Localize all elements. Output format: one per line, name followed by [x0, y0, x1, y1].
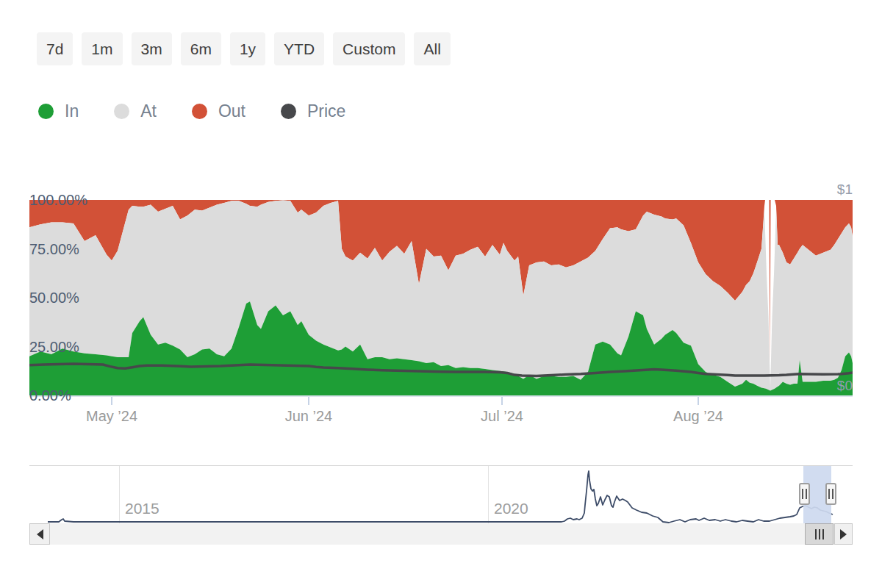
x-axis-label-aug: Aug ’24	[673, 408, 723, 425]
range-button-all[interactable]: All	[414, 32, 450, 65]
legend-item-out[interactable]: Out	[192, 101, 245, 121]
y-axis-label-25: 25.00%	[29, 338, 79, 355]
navigator-right-handle[interactable]	[825, 483, 836, 505]
x-axis-label-jun: Jun ’24	[285, 408, 333, 425]
navigator[interactable]: 2015 2020	[29, 465, 853, 523]
main-chart-plot-area[interactable]: 100.00% 75.00% 50.00% 25.00% 0.00% $1 $0	[29, 200, 853, 395]
range-button-1y[interactable]: 1y	[230, 32, 265, 65]
legend-item-in[interactable]: In	[38, 101, 79, 121]
range-toolbar: 7d 1m 3m 6m 1y YTD Custom All	[37, 32, 451, 65]
navigator-left-handle[interactable]	[799, 483, 810, 505]
legend-dot-in-icon	[38, 104, 54, 119]
right-arrow-icon	[840, 529, 847, 539]
x-axis-tick-aug	[698, 397, 699, 405]
range-button-ytd[interactable]: YTD	[274, 32, 324, 65]
range-button-1m[interactable]: 1m	[82, 32, 122, 65]
scrollbar-thumb[interactable]	[805, 523, 833, 545]
x-axis-label-jul: Jul ’24	[481, 408, 523, 425]
range-button-6m[interactable]: 6m	[181, 32, 221, 65]
range-button-7d[interactable]: 7d	[37, 32, 73, 65]
legend: In At Out Price	[38, 101, 345, 121]
stacked-area-chart	[29, 200, 853, 395]
legend-item-at[interactable]: At	[114, 101, 157, 121]
y-axis-label-75: 75.00%	[29, 240, 79, 257]
x-axis-label-may: May ’24	[86, 408, 137, 425]
y-axis-label-100: 100.00%	[29, 192, 87, 209]
legend-dot-out-icon	[192, 104, 207, 119]
x-axis-line	[29, 395, 853, 397]
x-axis-tick-jul	[501, 397, 503, 405]
legend-label-out: Out	[218, 101, 245, 121]
legend-dot-price-icon	[281, 104, 296, 119]
y-axis-label-50: 50.00%	[29, 290, 79, 306]
legend-label-at: At	[140, 101, 157, 121]
legend-label-price: Price	[307, 101, 345, 121]
scrollbar-right-arrow-button[interactable]	[834, 523, 853, 545]
range-button-custom[interactable]: Custom	[333, 32, 405, 65]
in-out-money-chart-widget: 7d 1m 3m 6m 1y YTD Custom All In At Out …	[0, 0, 882, 588]
x-axis-tick-may	[111, 397, 112, 405]
price-axis-label-bottom: $0	[837, 378, 853, 394]
legend-label-in: In	[65, 101, 79, 121]
scrollbar-left-arrow-button[interactable]	[29, 523, 50, 545]
left-arrow-icon	[37, 529, 43, 539]
legend-dot-at-icon	[114, 104, 129, 119]
navigator-price-sparkline	[29, 465, 853, 523]
x-axis-tick-jun	[308, 397, 309, 405]
legend-item-price[interactable]: Price	[281, 101, 345, 121]
y-axis-label-0: 0.00%	[29, 387, 71, 404]
range-button-3m[interactable]: 3m	[132, 32, 172, 65]
price-axis-label-top: $1	[837, 182, 853, 198]
horizontal-scrollbar[interactable]	[29, 523, 853, 545]
